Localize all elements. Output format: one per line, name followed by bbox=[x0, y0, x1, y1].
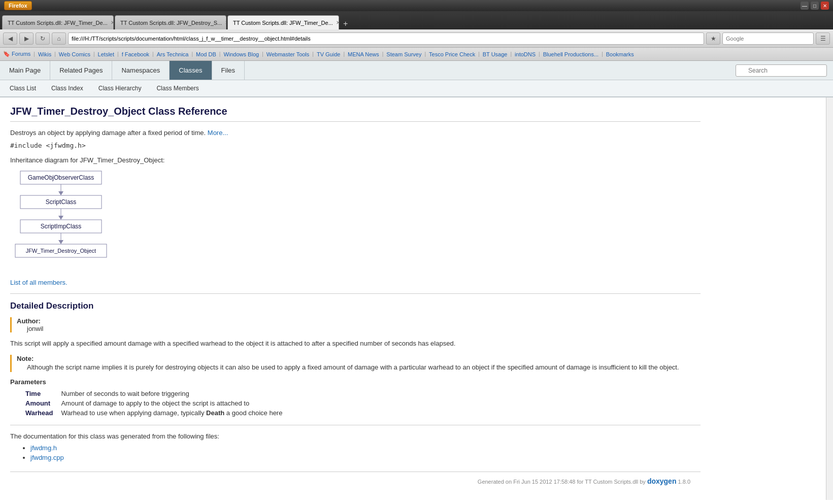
param-desc-warhead: Warhead to use when applying damage, typ… bbox=[61, 408, 290, 418]
browser-titlebar: Firefox — □ ✕ bbox=[0, 0, 833, 11]
bookmark-star[interactable]: ★ bbox=[706, 32, 720, 45]
nav-main-page[interactable]: Main Page bbox=[0, 61, 50, 80]
content-area: JFW_Timer_Destroy_Object Class Reference… bbox=[0, 97, 826, 500]
file-link-h[interactable]: jfwdmg.h bbox=[30, 444, 57, 452]
main-area: JFW_Timer_Destroy_Object Class Reference… bbox=[0, 97, 833, 500]
doxy-search-input[interactable] bbox=[736, 64, 827, 77]
new-tab-button[interactable]: + bbox=[340, 19, 351, 28]
param-desc-amount: Amount of damage to apply to the object … bbox=[61, 398, 290, 408]
doxy-main-nav: Main Page Related Pages Namespaces Class… bbox=[0, 61, 833, 80]
author-label: Author: bbox=[17, 317, 701, 325]
nav-classes[interactable]: Classes bbox=[170, 61, 212, 80]
bookmark-steamsurvey[interactable]: Steam Survey bbox=[386, 51, 421, 57]
files-list: jfwdmg.h jfwdmg.cpp bbox=[30, 444, 701, 461]
subnav-class-index[interactable]: Class Index bbox=[44, 80, 91, 96]
tab-close-1[interactable]: ✕ bbox=[111, 20, 114, 25]
list-all-members-link[interactable]: List of all members. bbox=[10, 279, 68, 286]
doxygen-version: 1.8.0 bbox=[678, 479, 690, 485]
close-button[interactable]: ✕ bbox=[821, 2, 829, 10]
bookmark-tescopricecheck[interactable]: Tesco Price Check bbox=[429, 51, 475, 57]
bookmark-webmastertools[interactable]: Webmaster Tools bbox=[266, 51, 310, 57]
note-text: Although the script name implies it is p… bbox=[27, 362, 701, 373]
more-link[interactable]: More... bbox=[208, 129, 228, 137]
page-content: JFW_Timer_Destroy_Object Class Reference… bbox=[0, 97, 711, 498]
forward-button[interactable]: ▶ bbox=[19, 32, 34, 45]
bookmark-windowsblog[interactable]: Windows Blog bbox=[223, 51, 259, 57]
browser-tab-1[interactable]: TT Custom Scripts.dll: JFW_Timer_De... ✕ bbox=[2, 15, 114, 29]
inheritance-diagram: GameObjObserverClass ScriptClass ScriptI… bbox=[10, 169, 701, 271]
subnav-class-list[interactable]: Class List bbox=[2, 80, 44, 96]
inheritance-svg: GameObjObserverClass ScriptClass ScriptI… bbox=[10, 169, 112, 271]
list-item: jfwdmg.h bbox=[30, 444, 701, 452]
param-row-amount: Amount Amount of damage to apply to the … bbox=[25, 398, 290, 408]
browser-tabs: TT Custom Scripts.dll: JFW_Timer_De... ✕… bbox=[0, 11, 833, 29]
tab-close-3[interactable]: ✕ bbox=[336, 20, 339, 25]
firefox-menu-button[interactable]: Firefox bbox=[4, 1, 32, 10]
param-name-warhead: Warhead bbox=[25, 408, 61, 418]
params-title: Parameters bbox=[10, 378, 701, 386]
author-block: Author: jonwil bbox=[10, 317, 701, 332]
page-title: JFW_Timer_Destroy_Object Class Reference bbox=[10, 106, 701, 122]
minimize-button[interactable]: — bbox=[801, 2, 809, 10]
bookmark-facebook[interactable]: f Facebook bbox=[122, 51, 149, 57]
nav-files[interactable]: Files bbox=[212, 61, 245, 80]
bookmark-wikis[interactable]: Wikis bbox=[38, 51, 51, 57]
description-paragraph: This script will apply a specified amoun… bbox=[10, 339, 701, 349]
list-all-members: List of all members. bbox=[10, 279, 701, 286]
note-block: Note: Although the script name implies i… bbox=[10, 355, 701, 373]
subnav-class-hierarchy[interactable]: Class Hierarchy bbox=[91, 80, 149, 96]
reload-button[interactable]: ↻ bbox=[36, 32, 50, 45]
bookmark-tvguide[interactable]: TV Guide bbox=[317, 51, 340, 57]
file-link-cpp[interactable]: jfwdmg.cpp bbox=[30, 454, 64, 461]
bookmark-menanews[interactable]: MENA News bbox=[348, 51, 379, 57]
files-intro-text: The documentation for this class was gen… bbox=[10, 432, 219, 440]
scrollbar[interactable] bbox=[826, 97, 833, 500]
bookmark-intodns[interactable]: intoDNS bbox=[515, 51, 536, 57]
address-bar[interactable] bbox=[68, 32, 704, 45]
param-row-time: Time Number of seconds to wait before tr… bbox=[25, 389, 290, 398]
inheritance-label: Inheritance diagram for JFW_Timer_Destro… bbox=[10, 156, 701, 164]
detailed-desc-title: Detailed Description bbox=[10, 301, 701, 311]
nav-namespaces[interactable]: Namespaces bbox=[112, 61, 170, 80]
home-button[interactable]: ⌂ bbox=[52, 32, 66, 45]
back-button[interactable]: ◀ bbox=[3, 32, 17, 45]
tab-close-2[interactable]: ✕ bbox=[225, 20, 226, 25]
svg-marker-3 bbox=[58, 191, 63, 195]
param-desc-time: Number of seconds to wait before trigger… bbox=[61, 389, 290, 398]
author-name: jonwil bbox=[27, 325, 701, 332]
param-row-warhead: Warhead Warhead to use when applying dam… bbox=[25, 408, 290, 418]
nav-related-pages[interactable]: Related Pages bbox=[50, 61, 112, 80]
page-footer: Generated on Fri Jun 15 2012 17:58:48 fo… bbox=[10, 472, 701, 490]
class-brief: Destroys an object by applying damage af… bbox=[10, 129, 701, 137]
svg-text:JFW_Timer_Destroy_Object: JFW_Timer_Destroy_Object bbox=[26, 248, 96, 254]
subnav-class-members[interactable]: Class Members bbox=[149, 80, 206, 96]
doxy-sub-nav: Class List Class Index Class Hierarchy C… bbox=[0, 80, 833, 97]
browser-tab-2[interactable]: TT Custom Scripts.dll: JFW_Destroy_S... … bbox=[115, 15, 226, 29]
svg-marker-11 bbox=[58, 240, 63, 244]
maximize-button[interactable]: □ bbox=[811, 2, 819, 10]
files-section: The documentation for this class was gen… bbox=[10, 432, 701, 461]
svg-text:ScriptClass: ScriptClass bbox=[46, 198, 77, 206]
footer-text: Generated on Fri Jun 15 2012 17:58:48 fo… bbox=[478, 479, 646, 485]
nav-search-input[interactable] bbox=[722, 32, 814, 45]
browser-tab-3[interactable]: TT Custom Scripts.dll: JFW_Timer_De... ✕ bbox=[227, 15, 339, 29]
svg-marker-7 bbox=[58, 216, 63, 220]
section-divider-2 bbox=[10, 425, 701, 425]
bookmark-moddb[interactable]: Mod DB bbox=[196, 51, 216, 57]
params-table: Time Number of seconds to wait before tr… bbox=[25, 389, 290, 418]
bookmark-letslet[interactable]: Letslet bbox=[98, 51, 114, 57]
bookmark-arstechnica[interactable]: Ars Technica bbox=[157, 51, 189, 57]
bookmark-btusage[interactable]: BT Usage bbox=[483, 51, 508, 57]
param-name-amount: Amount bbox=[25, 398, 61, 408]
param-name-time: Time bbox=[25, 389, 61, 398]
bookmark-forums[interactable]: 🔖 Forums bbox=[3, 51, 30, 57]
include-line: #include <jfwdmg.h> bbox=[10, 142, 701, 149]
menu-button[interactable]: ☰ bbox=[816, 32, 830, 45]
bookmark-all[interactable]: Bookmarks bbox=[606, 51, 634, 57]
section-divider bbox=[10, 293, 701, 294]
window-controls: — □ ✕ bbox=[801, 2, 829, 10]
bookmark-webcomics[interactable]: Web Comics bbox=[59, 51, 90, 57]
doxygen-link[interactable]: doxygen bbox=[647, 477, 677, 485]
bookmark-bluehell[interactable]: Bluehell Productions... bbox=[543, 51, 598, 57]
search-container: 🔍 bbox=[736, 61, 833, 80]
